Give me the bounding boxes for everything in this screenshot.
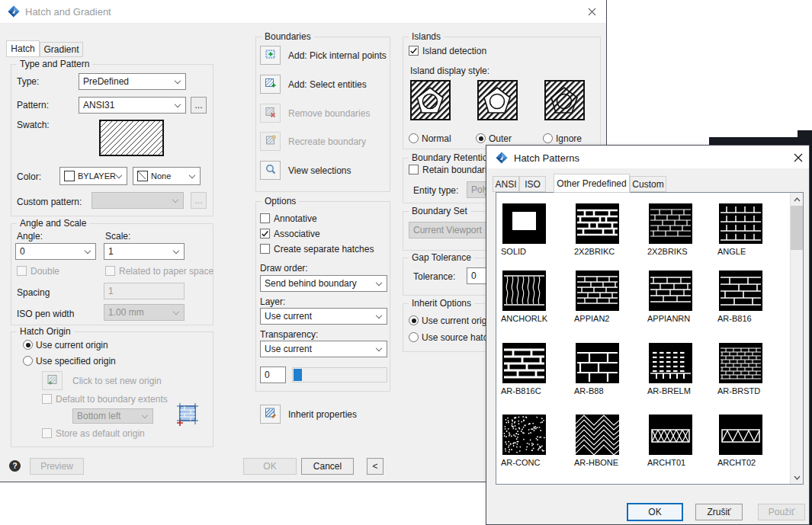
pattern-item-ar-conc[interactable]: AR-CONC <box>502 415 571 467</box>
slider-thumb[interactable] <box>294 369 302 381</box>
annotative-label: Annotative <box>274 213 317 224</box>
use-source-hatch-radio[interactable] <box>409 332 419 342</box>
pattern-item-ar-brstd[interactable]: AR-BRSTD <box>719 343 788 395</box>
add-pick-points-button[interactable] <box>260 46 281 65</box>
title-bar: Hatch Patterns <box>486 146 809 168</box>
scroll-up-icon[interactable] <box>791 193 803 206</box>
pattern-label: AR-HBONE <box>574 458 644 467</box>
inherit-properties-label: Inherit properties <box>288 409 357 420</box>
angle-dropdown[interactable]: 0 <box>15 243 96 260</box>
view-selections-button[interactable] <box>260 161 281 180</box>
pattern-browse-button[interactable]: ... <box>191 97 207 114</box>
pattern-swatch[interactable] <box>576 343 619 383</box>
scroll-down-icon[interactable] <box>791 471 803 484</box>
color-dropdown[interactable]: BYLAYER <box>59 167 127 185</box>
pattern-item-ar-brelm[interactable]: AR-BRELM <box>649 343 717 395</box>
scale-dropdown[interactable]: 1 <box>104 243 185 260</box>
island-outer-preview[interactable] <box>477 80 518 123</box>
pattern-label: APPIAN2 <box>574 314 644 323</box>
pattern-label: AR-B88 <box>574 386 644 395</box>
pattern-item-appian2[interactable]: APPIAN2 <box>576 271 644 323</box>
entity-type-label: Entity type: <box>413 185 458 196</box>
use-current-origin-option-radio[interactable] <box>409 315 419 325</box>
help-icon[interactable]: ? <box>9 460 21 472</box>
tab-other-predefined[interactable]: Other Predefined <box>554 174 630 193</box>
add-select-entities-button[interactable] <box>260 75 281 94</box>
annotative-checkbox[interactable] <box>260 213 270 223</box>
pick-points-icon <box>265 48 277 63</box>
pattern-item-ar-b816c[interactable]: AR-B816C <box>502 343 571 395</box>
scrollbar-thumb[interactable] <box>791 206 803 250</box>
ok-button[interactable]: OK <box>627 503 683 521</box>
store-default-origin-checkbox <box>42 428 52 438</box>
pattern-item-solid[interactable]: SOLID <box>502 203 571 256</box>
draw-order-dropdown[interactable]: Send behind boundary <box>260 275 387 292</box>
inherit-properties-button[interactable] <box>260 405 281 424</box>
pattern-swatch[interactable] <box>719 271 762 311</box>
transparency-value-input[interactable]: 0 <box>260 367 286 383</box>
pattern-item-archt02[interactable]: ARCHT02 <box>719 415 788 467</box>
tab-custom[interactable]: Custom <box>630 176 666 192</box>
pattern-item-ar-b816[interactable]: AR-B816 <box>719 271 788 323</box>
separate-hatches-checkbox[interactable] <box>260 244 270 254</box>
transparency-dropdown[interactable]: Use current <box>260 341 387 357</box>
swatch-preview[interactable] <box>99 120 164 159</box>
close-icon[interactable] <box>792 152 804 164</box>
pattern-swatch[interactable] <box>719 203 762 244</box>
pattern-item-ar-b88[interactable]: AR-B88 <box>576 343 644 395</box>
pattern-swatch[interactable] <box>649 415 692 455</box>
use-current-origin-label: Use current origin <box>36 340 108 351</box>
pattern-swatch[interactable] <box>649 203 692 244</box>
island-ignore-radio[interactable] <box>543 133 553 143</box>
tab-hatch[interactable]: Hatch <box>6 40 40 57</box>
pattern-item-ar-hbone[interactable]: AR-HBONE <box>576 415 644 467</box>
pattern-item-anchorlk[interactable]: ANCHORLK <box>502 271 571 323</box>
cancel-button[interactable]: Cancel <box>301 458 354 475</box>
associative-checkbox[interactable] <box>260 229 270 238</box>
close-icon[interactable] <box>586 5 598 18</box>
background-color-dropdown[interactable]: None <box>133 167 201 185</box>
pattern-item-angle[interactable]: ANGLE <box>719 203 788 256</box>
pattern-item-2x2briks[interactable]: 2X2BRIKS <box>649 203 717 256</box>
tab-gradient[interactable]: Gradient <box>40 42 83 57</box>
app-icon <box>8 5 20 21</box>
island-normal-preview[interactable] <box>410 80 451 123</box>
layer-dropdown[interactable]: Use current <box>260 308 387 325</box>
scrollbar[interactable] <box>790 193 803 484</box>
recreate-boundary-button <box>260 132 281 151</box>
cancel-button[interactable]: Zrušiť <box>695 504 743 520</box>
origin-corner-dropdown: Bottom left <box>72 408 153 424</box>
pattern-swatch[interactable] <box>719 415 762 455</box>
pattern-swatch[interactable] <box>502 415 546 455</box>
use-current-origin-radio[interactable] <box>23 340 33 350</box>
pattern-swatch[interactable] <box>649 343 692 383</box>
custom-pattern-label: Custom pattern: <box>17 197 82 207</box>
pattern-swatch[interactable] <box>649 271 692 311</box>
pattern-swatch[interactable] <box>576 415 619 455</box>
island-ignore-preview[interactable] <box>544 80 585 123</box>
tab-iso[interactable]: ISO <box>519 176 546 192</box>
pattern-swatch[interactable] <box>576 203 619 244</box>
island-outer-radio[interactable] <box>476 133 486 143</box>
pattern-swatch[interactable] <box>576 271 619 311</box>
default-extents-checkbox <box>42 394 52 404</box>
custom-pattern-dropdown <box>91 192 184 209</box>
pattern-label: 2X2BRIKS <box>647 247 717 256</box>
pattern-item-2x2brikc[interactable]: 2X2BRIKC <box>576 203 644 256</box>
pattern-dropdown[interactable]: ANSI31 <box>79 97 186 114</box>
retain-boundaries-checkbox[interactable] <box>409 165 419 174</box>
island-detection-checkbox[interactable] <box>409 46 419 56</box>
transparency-slider[interactable] <box>292 367 387 383</box>
paper-space-label: Related to paper space <box>119 266 213 277</box>
pattern-item-appianrn[interactable]: APPIANRN <box>649 271 717 323</box>
pattern-swatch[interactable] <box>502 343 546 383</box>
pattern-item-archt01[interactable]: ARCHT01 <box>649 415 717 467</box>
pattern-swatch[interactable] <box>719 343 762 383</box>
use-specified-origin-radio[interactable] <box>23 356 33 366</box>
collapse-button[interactable]: < <box>367 458 384 475</box>
island-normal-radio[interactable] <box>409 133 419 143</box>
type-dropdown[interactable]: PreDefined <box>79 73 186 90</box>
pattern-swatch[interactable] <box>502 271 546 311</box>
tab-ansi[interactable]: ANSI <box>493 176 519 192</box>
pattern-swatch[interactable] <box>502 203 546 244</box>
